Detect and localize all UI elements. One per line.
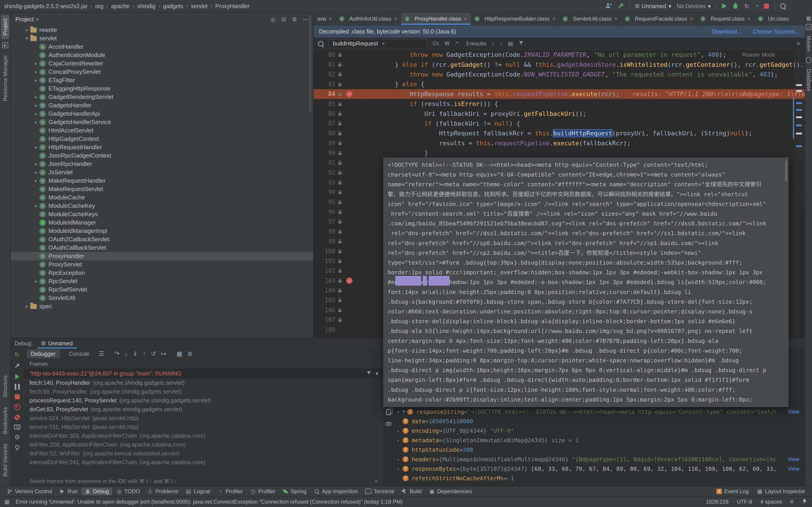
tree-item-proxyservlet[interactable]: cProxyServlet xyxy=(11,260,313,269)
force-step-into-icon[interactable]: ⇓ xyxy=(133,350,138,357)
tree-item-makerequestservlet[interactable]: cMakeRequestServlet xyxy=(11,185,313,193)
search-everywhere-icon[interactable] xyxy=(780,3,786,9)
breadcrumb-item[interactable]: apache xyxy=(111,3,130,9)
tree-item-proxyhandler[interactable]: cProxyHandler xyxy=(11,252,313,260)
layout-settings-icon[interactable]: ☰ xyxy=(99,350,104,357)
tree-chevron-icon[interactable]: ▸ xyxy=(33,203,39,209)
tree-chevron-icon[interactable]: ▸ xyxy=(33,279,39,284)
breadcrumb-item[interactable]: shindig-gadgets-2.5.2-wso2v2.jar xyxy=(4,3,88,9)
tree-item-oauthcallbackservlet[interactable]: cOAuthCallbackServlet xyxy=(11,243,313,252)
tab-close-icon[interactable]: × xyxy=(552,16,555,22)
tree-chevron-icon[interactable]: ▸ xyxy=(23,304,30,309)
notifications-bell-icon[interactable] xyxy=(802,498,807,505)
toolwindow-button-event-log[interactable]: 4Event Log xyxy=(713,488,752,495)
file-encoding[interactable]: UTF-8 xyxy=(737,499,752,505)
step-over-icon[interactable]: ↷ xyxy=(115,350,120,357)
toolwindow-button-todo[interactable]: ◎TODO xyxy=(113,488,143,495)
tree-chevron-icon[interactable]: ▸ xyxy=(33,161,39,167)
breakpoint-icon[interactable]: ✓ xyxy=(346,91,353,97)
tab-close-icon[interactable]: × xyxy=(329,16,332,22)
tree-item-gadgetshandlerapi[interactable]: ▸cGadgetsHandlerApi xyxy=(11,110,313,118)
variable-row[interactable]: fhttpStatusCode = 200 xyxy=(395,445,805,454)
tree-chevron-icon[interactable]: ▸ xyxy=(33,178,39,183)
indent-setting[interactable]: 4 spaces xyxy=(760,499,782,505)
collapse-all-icon[interactable]: ⊟ xyxy=(282,16,286,23)
stack-frame[interactable]: doGet:83, ProxyServlet(org.apache.shindi… xyxy=(23,405,383,414)
tree-item-gadgetshandlerservice[interactable]: ▸cGadgetsHandlerService xyxy=(11,118,313,126)
breadcrumb-item[interactable]: ProxyHandler xyxy=(215,3,249,9)
variable-row[interactable]: frefetchStrictNoCacheAfterMs = -1 xyxy=(395,473,805,483)
editor-tab-servletutil-class[interactable]: cServletUtil.class× xyxy=(559,13,621,25)
breadcrumb-item[interactable]: servlet xyxy=(191,3,208,9)
stack-frame[interactable]: doFilter:208, ApplicationFilterChain(org… xyxy=(23,440,383,449)
tree-item-moduleidmanager[interactable]: IModuleIdManager xyxy=(11,218,313,227)
stop-button[interactable] xyxy=(764,4,769,9)
regex-toggle[interactable]: .* xyxy=(455,41,458,47)
modify-run-config-icon[interactable] xyxy=(14,362,20,370)
tree-item-concatproxyservlet[interactable]: ▸cConcatProxyServlet xyxy=(11,68,313,76)
sidebar-tab-project[interactable]: Project xyxy=(0,15,10,39)
sidebar-tab-bookmarks[interactable]: Bookmarks xyxy=(0,403,10,438)
sidebar-tab-structure[interactable]: Structure xyxy=(0,372,10,401)
hide-panel-icon[interactable]: — xyxy=(303,16,309,23)
tree-item-rpcservlet[interactable]: ▸cRpcServlet xyxy=(11,277,313,285)
view-link[interactable]: View xyxy=(788,465,799,472)
tree-item-servlet[interactable]: ▾servlet xyxy=(11,34,313,43)
tree-chevron-icon[interactable]: ▾ xyxy=(23,36,30,41)
variable-row[interactable]: fdate = 1650954110000 xyxy=(395,416,805,426)
tree-item-authenticationmodule[interactable]: cAuthenticationModule xyxy=(11,51,313,59)
restore-layout-icon[interactable]: ▦ xyxy=(176,350,183,357)
tree-chevron-icon[interactable]: ▸ xyxy=(33,78,39,83)
minimap[interactable] xyxy=(794,51,805,209)
words-toggle[interactable]: W xyxy=(445,41,450,47)
sidebar-tab-build-variants[interactable]: Build Variants xyxy=(0,440,10,480)
tab-close-icon[interactable]: × xyxy=(464,16,467,22)
tree-item-gadgetshandler[interactable]: ▸cGadgetsHandler xyxy=(11,101,313,110)
toolwindow-button-build[interactable]: Build xyxy=(398,488,425,495)
tree-chevron-icon[interactable]: ▸ xyxy=(33,69,39,74)
thread-filter-icon[interactable] xyxy=(366,370,371,377)
breadcrumb-item[interactable]: gadgets xyxy=(163,3,183,9)
stack-frame[interactable]: processRequest:140, ProxyServlet(org.apa… xyxy=(23,396,383,405)
breakpoint-icon[interactable]: ✓ xyxy=(346,278,353,284)
previous-match-icon[interactable]: ↑ xyxy=(492,41,494,47)
chevron-down-icon[interactable]: ▾ xyxy=(37,17,38,21)
tool-icon[interactable]: ▦ xyxy=(806,16,811,21)
tree-chevron-icon[interactable]: ▸ xyxy=(33,111,39,116)
tree-item-httpgadgetcontext[interactable]: cHttpGadgetContext xyxy=(11,135,313,143)
tree-chevron-icon[interactable]: ▸ xyxy=(33,103,39,108)
editor-tab-authinfoutil-class[interactable]: cAuthInfoUtil.class× xyxy=(336,13,401,25)
pin-tab-icon[interactable] xyxy=(15,445,19,449)
readonly-lock-icon[interactable] xyxy=(790,501,794,503)
toolwindow-button-app-inspection[interactable]: App Inspection xyxy=(311,488,361,495)
toolwindow-button-debug[interactable]: Debug xyxy=(82,488,112,495)
toolwindow-button-problems[interactable]: ⚠Problems xyxy=(144,488,182,495)
breadcrumb-item[interactable]: org xyxy=(95,3,103,9)
debugger-settings-icon[interactable]: ⚙ xyxy=(14,434,20,441)
stack-frame[interactable]: service:731, HttpServlet(javax.servlet.h… xyxy=(23,422,383,432)
run-configuration-select[interactable]: Unnamed ▾ xyxy=(635,3,671,9)
view-link[interactable]: View xyxy=(788,408,799,415)
stack-frame[interactable]: internalDoFilter:303, ApplicationFilterC… xyxy=(23,432,383,440)
download-link[interactable]: Download... xyxy=(712,28,742,35)
stack-frame[interactable]: fetch:140, ProxyHandler(org.apache.shind… xyxy=(23,379,383,387)
toolwindow-switcher-icon[interactable]: ▦ xyxy=(5,499,10,505)
resume-icon[interactable] xyxy=(15,374,19,379)
tree-chevron-icon[interactable]: ▸ xyxy=(33,94,39,100)
tree-scrollbar[interactable] xyxy=(309,15,311,112)
profiler-icon[interactable]: ◔ xyxy=(755,3,759,9)
clear-search-icon[interactable]: × xyxy=(382,41,385,47)
step-out-icon[interactable]: ↑ xyxy=(143,350,146,357)
tree-item-jsonrpchandler[interactable]: ▸cJsonRpcHandler xyxy=(11,160,313,168)
plugin-icon[interactable]: ◧ xyxy=(0,42,10,48)
sidebar-tab-resource-manager[interactable]: Resource Manager xyxy=(0,51,10,105)
copy-value-icon[interactable] xyxy=(386,409,391,415)
tree-item-rewrite[interactable]: ▸rewrite xyxy=(11,26,313,34)
tree-chevron-icon[interactable]: ▸ xyxy=(33,61,39,66)
caret-position[interactable]: 1526:226 xyxy=(706,499,729,505)
tree-item-cajacontentrewriter[interactable]: ▸cCajaContentRewriter xyxy=(11,59,313,68)
choose-sources-link[interactable]: Choose Sources... xyxy=(753,28,799,35)
rerun-icon[interactable]: ↻ xyxy=(14,352,20,358)
sidebar-tab-maven[interactable]: Maven xyxy=(805,33,812,54)
tab-close-icon[interactable]: × xyxy=(614,16,617,22)
